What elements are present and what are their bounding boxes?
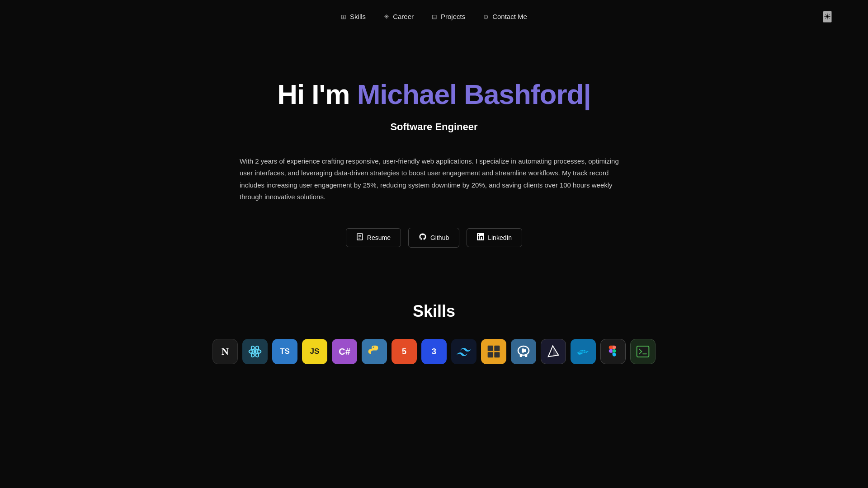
nav-skills[interactable]: ⊞ Skills	[341, 13, 366, 20]
skill-prisma[interactable]	[541, 339, 566, 364]
skill-figma[interactable]	[600, 339, 626, 364]
skill-react[interactable]	[242, 339, 268, 364]
resume-label: Resume	[367, 234, 391, 241]
linkedin-icon	[477, 233, 484, 242]
skill-html5[interactable]: 5	[392, 339, 417, 364]
github-button[interactable]: Github	[408, 228, 459, 248]
svg-rect-8	[488, 346, 493, 351]
skill-css3[interactable]: 3	[421, 339, 447, 364]
resume-icon	[356, 233, 363, 242]
skill-csharp[interactable]: C#	[332, 339, 357, 364]
svg-rect-12	[637, 346, 649, 357]
skill-typescript[interactable]: TS	[272, 339, 297, 364]
skill-docker[interactable]	[571, 339, 596, 364]
nav-career-label: Career	[393, 13, 414, 20]
hero-title: Hi I'm Michael Bashford|	[277, 78, 591, 110]
linkedin-label: LinkedIn	[488, 234, 512, 241]
svg-point-4	[254, 350, 257, 353]
navbar: ⊞ Skills ✳ Career ⊟ Projects ⊙ Contact M…	[0, 0, 868, 33]
nav-projects-label: Projects	[441, 13, 465, 20]
svg-rect-10	[488, 352, 493, 357]
hero-section: Hi I'm Michael Bashford| Software Engine…	[0, 33, 868, 275]
skill-postgresql[interactable]	[511, 339, 536, 364]
svg-rect-11	[494, 352, 500, 357]
svg-rect-9	[494, 346, 500, 351]
sun-icon: ☀	[824, 12, 831, 21]
hero-name: Michael Bashford	[357, 79, 584, 110]
skills-title: Skills	[9, 302, 859, 321]
github-icon	[419, 233, 427, 243]
theme-toggle-button[interactable]: ☀	[823, 11, 832, 23]
github-label: Github	[430, 234, 449, 241]
skill-grid[interactable]	[481, 339, 506, 364]
skill-python[interactable]	[362, 339, 387, 364]
skill-tailwind[interactable]	[451, 339, 476, 364]
cursor: |	[583, 79, 590, 110]
career-icon: ✳	[384, 13, 389, 20]
nav-projects[interactable]: ⊟ Projects	[432, 13, 465, 20]
skills-section: Skills N TS JS C#	[0, 275, 868, 382]
nav-contact-label: Contact Me	[492, 13, 527, 20]
nav-skills-label: Skills	[350, 13, 366, 20]
projects-icon: ⊟	[432, 13, 437, 20]
hero-buttons: Resume Github LinkedIn	[346, 228, 522, 248]
linkedin-button[interactable]: LinkedIn	[467, 228, 522, 247]
skill-javascript[interactable]: JS	[302, 339, 327, 364]
nav-career[interactable]: ✳ Career	[384, 13, 414, 20]
nav-contact[interactable]: ⊙ Contact Me	[483, 13, 527, 20]
skills-icons-grid: N TS JS C#	[208, 339, 660, 364]
resume-button[interactable]: Resume	[346, 228, 401, 247]
skills-icon: ⊞	[341, 13, 346, 20]
skill-bash[interactable]	[630, 339, 656, 364]
skill-nextjs[interactable]: N	[212, 339, 238, 364]
hero-subtitle: Software Engineer	[390, 121, 477, 133]
hero-description: With 2 years of experience crafting resp…	[240, 155, 628, 203]
hero-greeting: Hi I'm	[277, 79, 357, 110]
contact-icon: ⊙	[483, 13, 489, 20]
